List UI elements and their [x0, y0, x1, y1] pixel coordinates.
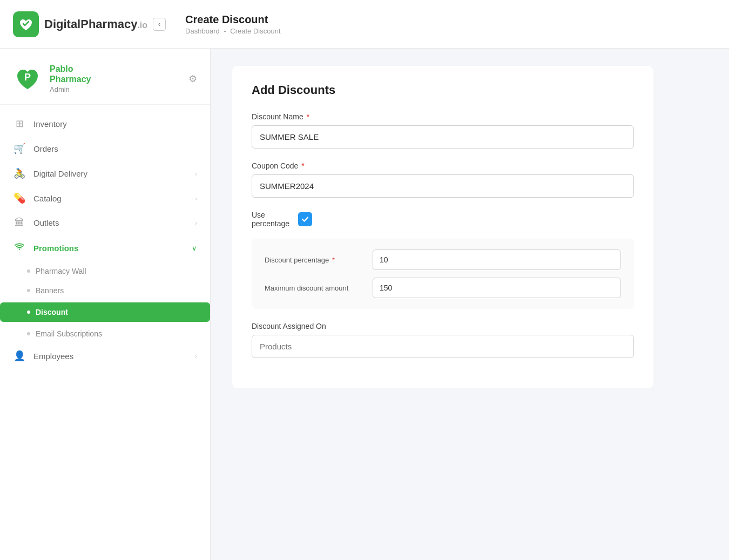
coupon-code-label: Coupon Code *: [252, 161, 634, 170]
nav-label-digital-delivery: Digital Delivery: [33, 169, 187, 178]
sidebar-item-outlets[interactable]: 🏛 Outlets ›: [0, 211, 210, 235]
sidebar-sub-item-banners[interactable]: Banners: [0, 281, 210, 300]
page-title: Create Discount: [185, 14, 280, 26]
sidebar-item-orders[interactable]: 🛒 Orders: [0, 136, 210, 161]
bike-icon: 🚴: [13, 167, 26, 179]
breadcrumb: Dashboard - Create Discount: [185, 27, 280, 35]
chevron-right-icon: ›: [195, 170, 197, 178]
logo-suffix: .io: [137, 21, 147, 30]
discount-percentage-input[interactable]: [373, 249, 621, 270]
cart-icon: 🛒: [13, 143, 26, 154]
form-card: Add Discounts Discount Name * Coupon Cod…: [232, 66, 653, 388]
avatar: P: [13, 64, 42, 93]
max-discount-label: Maximum discount amount: [265, 284, 362, 292]
content-area: Add Discounts Discount Name * Coupon Cod…: [211, 49, 729, 560]
person-icon: 👤: [13, 350, 26, 362]
sidebar-item-employees[interactable]: 👤 Employees ›: [0, 343, 210, 368]
dot-icon: [27, 332, 30, 335]
form-title: Add Discounts: [252, 83, 634, 97]
pill-icon: 💊: [13, 192, 26, 204]
logo-area: DigitalPharmacy.io ‹: [13, 11, 166, 37]
building-icon: 🏛: [13, 217, 26, 228]
coupon-code-group: Coupon Code *: [252, 161, 634, 198]
logo-icon: [13, 11, 39, 37]
required-star: *: [332, 256, 335, 264]
sidebar-sub-item-pharmacy-wall[interactable]: Pharmacy Wall: [0, 261, 210, 281]
nav-label-employees: Employees: [33, 352, 187, 361]
chevron-right-icon: ›: [195, 194, 197, 203]
breadcrumb-separator: -: [224, 27, 228, 35]
discount-assigned-on-group: Discount Assigned On: [252, 322, 634, 358]
discount-percentage-label: Discount percentage *: [265, 256, 362, 264]
dot-icon: [27, 311, 30, 314]
discount-assigned-on-label: Discount Assigned On: [252, 322, 634, 330]
header-breadcrumb: Create Discount Dashboard - Create Disco…: [185, 14, 280, 35]
user-role: Admin: [50, 85, 181, 93]
chevron-right-icon: ›: [195, 219, 197, 227]
main-layout: P Pablo Pharmacy Admin ⚙ ⊞ Inventory 🛒 O…: [0, 49, 729, 560]
max-discount-input[interactable]: [373, 278, 621, 298]
svg-point-1: [19, 249, 20, 250]
sidebar-collapse-button[interactable]: ‹: [153, 18, 166, 31]
discount-name-input[interactable]: [252, 125, 634, 149]
user-info: Pablo Pharmacy Admin: [50, 64, 181, 93]
sidebar-sub-item-email-subscriptions[interactable]: Email Subscriptions: [0, 324, 210, 343]
coupon-code-input[interactable]: [252, 174, 634, 198]
user-last-name: Pharmacy: [50, 75, 91, 84]
user-first-name: Pablo: [50, 64, 73, 73]
sidebar-item-digital-delivery[interactable]: 🚴 Digital Delivery ›: [0, 161, 210, 186]
grid-icon: ⊞: [13, 118, 26, 130]
svg-text:P: P: [24, 72, 31, 83]
nav-label-catalog: Catalog: [33, 194, 187, 203]
required-star: *: [307, 112, 309, 121]
chevron-right-icon: ›: [195, 352, 197, 360]
nav-label-orders: Orders: [33, 144, 197, 153]
use-percentage-checkbox[interactable]: [298, 212, 312, 226]
sub-label-discount: Discount: [36, 308, 68, 316]
discount-percentage-row: Discount percentage *: [265, 249, 621, 270]
wifi-icon: [13, 241, 26, 255]
required-star: *: [301, 161, 304, 170]
breadcrumb-current: Create Discount: [230, 27, 280, 35]
dot-icon: [27, 289, 30, 292]
logo-text-bold: Pharmacy: [80, 17, 137, 31]
max-discount-row: Maximum discount amount: [265, 278, 621, 298]
sidebar-item-promotions[interactable]: Promotions ∨: [0, 235, 210, 261]
sub-label-banners: Banners: [36, 286, 64, 295]
sidebar-item-catalog[interactable]: 💊 Catalog ›: [0, 186, 210, 211]
sidebar-sub-item-discount[interactable]: Discount: [0, 302, 210, 322]
sub-label-pharmacy-wall: Pharmacy Wall: [36, 267, 86, 275]
discount-name-group: Discount Name *: [252, 112, 634, 149]
discount-assigned-on-input[interactable]: [252, 335, 634, 358]
nav-label-inventory: Inventory: [33, 119, 197, 129]
sidebar: P Pablo Pharmacy Admin ⚙ ⊞ Inventory 🛒 O…: [0, 49, 211, 560]
nav-label-outlets: Outlets: [33, 218, 187, 227]
use-percentage-label: Usepercentage: [252, 211, 289, 228]
use-percentage-row: Usepercentage: [252, 211, 634, 228]
sidebar-item-inventory[interactable]: ⊞ Inventory: [0, 111, 210, 136]
sub-fields-container: Discount percentage * Maximum discount a…: [252, 239, 634, 309]
top-header: DigitalPharmacy.io ‹ Create Discount Das…: [0, 0, 729, 49]
dot-icon: [27, 269, 30, 273]
nav-label-promotions: Promotions: [33, 244, 184, 253]
discount-name-label: Discount Name *: [252, 112, 634, 121]
breadcrumb-home[interactable]: Dashboard: [185, 27, 220, 35]
chevron-down-icon: ∨: [192, 244, 197, 252]
sub-label-email-subscriptions: Email Subscriptions: [36, 329, 102, 338]
user-name: Pablo Pharmacy: [50, 64, 181, 84]
user-section: P Pablo Pharmacy Admin ⚙: [0, 57, 210, 105]
logo-text: DigitalPharmacy.io: [44, 17, 147, 31]
logo-text-regular: Digital: [44, 17, 80, 31]
settings-icon[interactable]: ⚙: [188, 73, 197, 85]
